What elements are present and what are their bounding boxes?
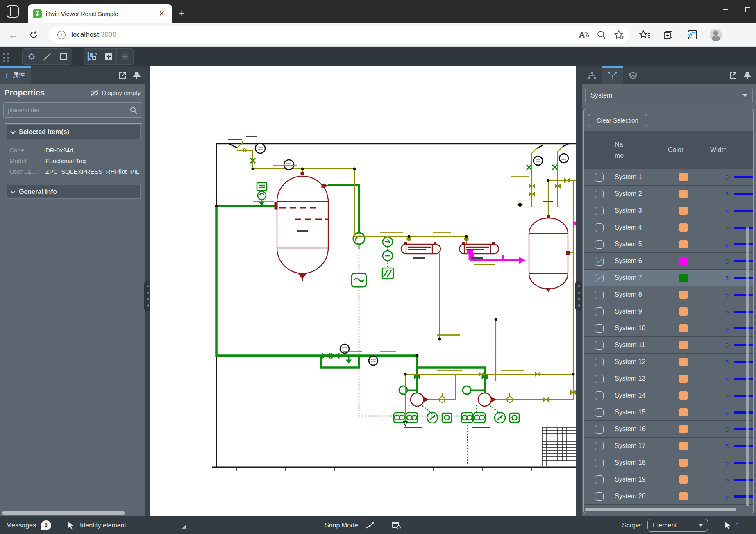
general-info-section-header[interactable]: General Info: [7, 185, 141, 199]
system-list-vertical-scrollbar[interactable]: [746, 227, 749, 506]
column-header-color[interactable]: Color: [668, 146, 692, 154]
vessel-2[interactable]: [529, 218, 568, 289]
system-color-swatch[interactable]: [679, 341, 688, 349]
system-checkbox[interactable]: [595, 207, 604, 215]
system-color-swatch[interactable]: [679, 207, 688, 215]
zoom-out-view-button-disabled[interactable]: [117, 49, 133, 64]
left-panel-horizontal-scrollbar[interactable]: [2, 511, 125, 515]
table-row[interactable]: System 3 5: [584, 202, 753, 219]
sync-view-tool-button[interactable]: [84, 49, 100, 64]
system-width-line[interactable]: [734, 277, 753, 279]
table-row[interactable]: System 7 5: [584, 270, 753, 286]
system-checkbox[interactable]: [595, 442, 604, 450]
refresh-button[interactable]: [26, 27, 41, 42]
window-minimize-button[interactable]: [723, 9, 728, 10]
system-width-line[interactable]: [734, 227, 753, 229]
scope-dropdown[interactable]: Element: [647, 519, 708, 532]
table-row[interactable]: System 18 5: [584, 454, 753, 471]
add-favorite-icon[interactable]: [614, 30, 624, 40]
table-row[interactable]: System 10 5: [584, 320, 753, 337]
olive-piping[interactable]: [237, 141, 576, 421]
toolbar-drag-handle[interactable]: [3, 53, 11, 60]
resize-grip[interactable]: [182, 525, 186, 529]
collections-icon[interactable]: [663, 30, 674, 40]
table-row[interactable]: System 15 5: [584, 404, 753, 421]
heat-exchanger-b[interactable]: [459, 244, 499, 254]
system-width-value[interactable]: 5: [722, 308, 729, 315]
system-width-value[interactable]: 5: [722, 426, 729, 433]
system-color-swatch[interactable]: [679, 257, 688, 265]
tab-layers[interactable]: [623, 66, 643, 84]
properties-search[interactable]: [3, 102, 142, 118]
system-checkbox[interactable]: [595, 240, 604, 249]
popout-icon[interactable]: [729, 71, 737, 80]
system-width-value[interactable]: 5: [722, 191, 729, 198]
system-width-value[interactable]: 5: [722, 476, 729, 483]
system-color-swatch[interactable]: [679, 391, 688, 400]
new-tab-button[interactable]: +: [179, 7, 185, 19]
system-width-value[interactable]: 5: [722, 392, 729, 399]
profile-avatar[interactable]: [710, 29, 722, 41]
system-checkbox[interactable]: [595, 375, 604, 383]
messages-button[interactable]: Messages 0: [0, 520, 57, 530]
system-checkbox[interactable]: [595, 307, 604, 316]
popout-icon[interactable]: [118, 71, 127, 80]
system-width-value[interactable]: 5: [722, 409, 729, 416]
table-row[interactable]: System 14 5: [584, 387, 753, 404]
pump-1[interactable]: [411, 393, 429, 406]
back-button[interactable]: ←: [6, 27, 20, 42]
system-checkbox[interactable]: [595, 223, 604, 232]
system-checkbox[interactable]: [595, 291, 604, 299]
system-color-swatch[interactable]: [679, 459, 688, 467]
browser-tab[interactable]: iTwin Viewer React Sample ✕: [28, 4, 172, 23]
system-width-line[interactable]: [734, 361, 753, 363]
system-color-swatch[interactable]: [679, 492, 688, 500]
tab-hierarchy[interactable]: [582, 66, 602, 84]
system-width-line[interactable]: [734, 462, 753, 464]
system-checkbox[interactable]: [595, 475, 604, 484]
system-width-value[interactable]: 5: [722, 241, 729, 248]
address-bar[interactable]: i localhost:3000 A: [48, 26, 630, 44]
zoom-out-icon[interactable]: [597, 30, 606, 40]
system-color-swatch[interactable]: [679, 274, 688, 282]
favorites-icon[interactable]: [639, 30, 651, 40]
system-width-line[interactable]: [734, 445, 753, 447]
system-width-line[interactable]: [734, 395, 753, 397]
system-color-swatch[interactable]: [679, 324, 688, 332]
system-width-line[interactable]: [734, 243, 753, 245]
system-width-line[interactable]: [734, 294, 753, 296]
system-width-line[interactable]: [734, 344, 753, 346]
system-width-line[interactable]: [734, 311, 753, 313]
system-width-line[interactable]: [734, 210, 753, 212]
read-aloud-icon[interactable]: A: [579, 30, 589, 39]
table-row[interactable]: System 16 5: [584, 421, 753, 438]
system-color-swatch[interactable]: [679, 291, 688, 299]
system-color-swatch[interactable]: [679, 223, 688, 232]
pin-icon[interactable]: [133, 71, 141, 80]
line-tool-button[interactable]: [39, 49, 55, 64]
select-element-tool-button[interactable]: [23, 49, 39, 64]
system-width-line[interactable]: [734, 327, 753, 329]
snap-settings-icon[interactable]: [391, 521, 402, 530]
system-checkbox[interactable]: [595, 190, 604, 198]
system-width-value[interactable]: 5: [722, 375, 729, 382]
magenta-highlight-line[interactable]: [467, 222, 576, 264]
system-width-value[interactable]: 5: [722, 493, 729, 500]
system-width-value[interactable]: 5: [722, 459, 729, 466]
display-empty-toggle[interactable]: Display empty: [90, 89, 141, 97]
vessel-1[interactable]: [277, 176, 328, 273]
system-color-swatch[interactable]: [679, 408, 688, 416]
system-list-horizontal-scrollbar[interactable]: [585, 508, 736, 511]
system-width-line[interactable]: [734, 193, 753, 195]
system-width-line[interactable]: [734, 176, 753, 178]
system-checkbox[interactable]: [595, 341, 604, 350]
category-select[interactable]: System: [585, 88, 753, 103]
system-checkbox[interactable]: [595, 173, 604, 182]
system-width-value[interactable]: 5: [722, 174, 729, 181]
table-row[interactable]: System 5 5: [584, 236, 753, 253]
system-color-swatch[interactable]: [679, 375, 688, 383]
system-width-value[interactable]: 5: [722, 291, 729, 298]
table-row[interactable]: System 13 5: [584, 370, 753, 387]
ie-mode-icon[interactable]: e: [686, 30, 697, 40]
system-checkbox[interactable]: [595, 459, 604, 467]
